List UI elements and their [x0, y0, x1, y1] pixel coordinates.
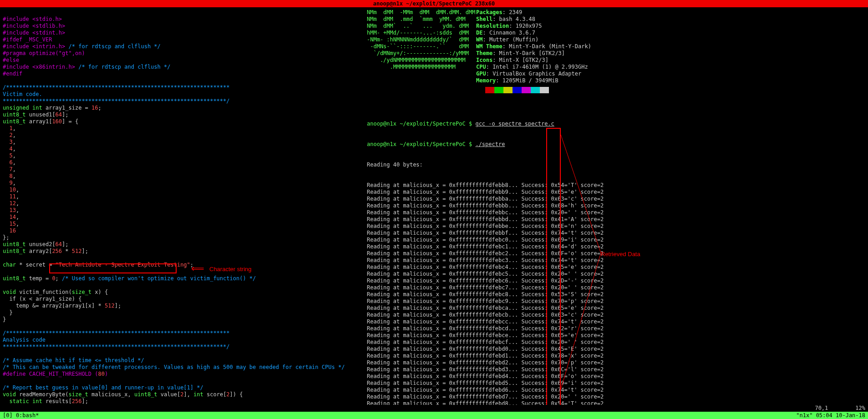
output-line: Reading at malicious_x = 0xffffffffffdfe…	[367, 312, 865, 318]
output-line: Reading at malicious_x = 0xffffffffffdfe…	[367, 243, 865, 250]
output-line: Reading at malicious_x = 0xffffffffffdfe…	[367, 318, 865, 325]
output-line: Reading at malicious_x = 0xffffffffffdfe…	[367, 298, 865, 305]
code-line: #include <stdint.h>	[3, 30, 65, 36]
output-line: Reading at malicious_x = 0xffffffffffdfe…	[367, 257, 865, 264]
highlight-box-secret	[49, 263, 177, 273]
terminal-pane[interactable]: NMm dMM -MMm dMM dMM.dMM. dMM NMm dMM .m…	[364, 7, 868, 412]
output-line: Reading at malicious_x = 0xffffffffffdfe…	[367, 230, 865, 237]
output-line: Reading at malicious_x = 0xffffffffffdfe…	[367, 332, 865, 339]
annotation-retrieved: Retrieved Data	[601, 251, 640, 257]
output-line: Reading at malicious_x = 0xffffffffffdfe…	[367, 353, 865, 359]
tmux-clock: "n1x" 05:04 10-Jan-18	[796, 412, 865, 419]
code-line: #else	[3, 57, 19, 63]
output-line: Reading at malicious_x = 0xffffffffffdfe…	[367, 271, 865, 278]
output-line: Reading at malicious_x = 0xffffffffffdfe…	[367, 264, 865, 271]
tmux-statusbar[interactable]: [0] 0:bash* "n1x" 05:04 10-Jan-18	[0, 412, 868, 419]
output-line: Reading at malicious_x = 0xffffffffffdfe…	[367, 209, 865, 216]
color-palette	[476, 87, 865, 93]
window-titlebar: anoop@n1x ~/exploit/SpectrePoC 238x60	[0, 0, 868, 7]
annotation-charstring: Character string	[209, 266, 251, 273]
code-line: #include <x86intrin.h>	[3, 64, 78, 70]
shell-prompt: anoop@n1x ~/exploit/SpectrePoC $	[367, 121, 475, 127]
terminal-output: anoop@n1x ~/exploit/SpectrePoC $ gcc -o …	[367, 107, 865, 419]
output-line: Reading at malicious_x = 0xffffffffffdfe…	[367, 359, 865, 366]
neofetch-logo: NMm dMM -MMm dMM dMM.dMM. dMM NMm dMM .m…	[367, 9, 476, 84]
code-line: #ifdef _MSC_VER	[3, 36, 52, 43]
output-line: Reading at malicious_x = 0xffffffffffdfe…	[367, 284, 865, 291]
output-line: Reading at malicious_x = 0xffffffffffdfe…	[367, 196, 865, 202]
output-line: Reading at malicious_x = 0xffffffffffdfe…	[367, 291, 865, 298]
sysinfo: Packages: 2349Shell: bash 4.3.48Resoluti…	[476, 9, 591, 84]
output-line: Reading at malicious_x = 0xffffffffffdfe…	[367, 189, 865, 196]
code-line: /***************************************…	[3, 84, 230, 91]
code-line: Victim code.	[3, 91, 42, 97]
shell-prompt: anoop@n1x ~/exploit/SpectrePoC $	[367, 141, 475, 147]
code-line: ****************************************…	[3, 98, 230, 104]
code-line: #endif	[3, 71, 22, 77]
shell-command: gcc -o spectre spectre.c	[475, 121, 554, 127]
vim-percent: 12%	[855, 405, 865, 412]
shell-command: ./spectre	[475, 141, 505, 147]
output-line: Reading at malicious_x = 0xffffffffffdfe…	[367, 223, 865, 230]
vim-position: 70,1	[815, 405, 828, 412]
output-line: Reading at malicious_x = 0xffffffffffdfe…	[367, 373, 865, 380]
output-line: Reading at malicious_x = 0xffffffffffdfe…	[367, 346, 865, 353]
code-line: #include <intrin.h>	[3, 43, 69, 50]
main-area: #include <stdio.h> #include <stdlib.h> #…	[0, 7, 868, 412]
code-line: #include <stdio.h>	[3, 16, 62, 22]
output-line: Reading at malicious_x = 0xffffffffffdfe…	[367, 387, 865, 394]
output-line: Reading at malicious_x = 0xffffffffffdfe…	[367, 216, 865, 223]
arrow-icon: ⟸	[191, 263, 204, 274]
output-line: Reading at malicious_x = 0xffffffffffdfe…	[367, 278, 865, 284]
output-line: Reading at malicious_x = 0xffffffffffdfe…	[367, 394, 865, 400]
output-line: Reading at malicious_x = 0xffffffffffdfe…	[367, 237, 865, 243]
tmux-window-name[interactable]: [0] 0:bash*	[3, 412, 39, 419]
output-line: Reading at malicious_x = 0xffffffffffdfe…	[367, 366, 865, 373]
vim-editor-pane[interactable]: #include <stdio.h> #include <stdlib.h> #…	[0, 7, 364, 412]
code-line: #pragma optimize("gt",on)	[3, 50, 85, 56]
vim-statusline: 70,1 12%	[0, 405, 868, 412]
output-line: Reading at malicious_x = 0xffffffffffdfe…	[367, 325, 865, 332]
highlight-box-retrieved	[546, 128, 561, 410]
output-line: Reading at malicious_x = 0xffffffffffdfe…	[367, 202, 865, 209]
output-header: Reading 40 bytes:	[367, 162, 865, 168]
output-line: Reading at malicious_x = 0xffffffffffdfe…	[367, 305, 865, 312]
output-line: Reading at malicious_x = 0xffffffffffdfe…	[367, 380, 865, 387]
output-line: Reading at malicious_x = 0xffffffffffdfe…	[367, 339, 865, 346]
output-line: Reading at malicious_x = 0xffffffffffdfe…	[367, 182, 865, 189]
code-line: #include <stdlib.h>	[3, 23, 65, 29]
